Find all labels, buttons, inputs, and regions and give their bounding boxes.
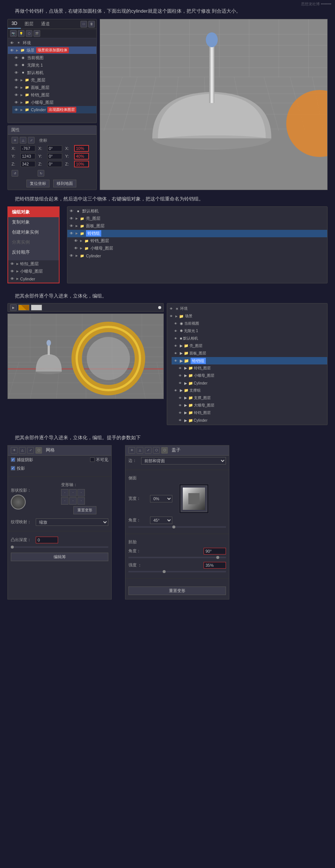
l3-bellgroup[interactable]: 👁 ▶ 📁 铃铛组 [172,357,327,364]
deform-cell4[interactable]: · [61,497,68,505]
layer-s2-shell[interactable]: 👁 ▶ 📁 壳_图层 [67,215,327,222]
l3-view[interactable]: 👁 ◉ 当前视图 [172,320,327,327]
tab-3d[interactable]: 3D [8,19,21,29]
l3-light[interactable]: 👁 ✱ 无限光 1 [172,327,327,335]
layer-env[interactable]: 👁 ☀ 环境 [8,39,96,46]
angle-slider[interactable] [128,526,226,528]
layer-s2-bell-sub[interactable]: 👁 ▶ 📁 铃铛_图层 [72,237,327,245]
input-y-pos[interactable] [20,153,35,159]
layer-s2-nut-sub[interactable]: 👁 ▶ 📁 小螺母_图层 [72,245,327,252]
deform-cell1[interactable]: · [61,489,68,496]
layer-s2-bellgroup[interactable]: 👁 ▶ 📁 铃铛组 [67,230,327,237]
l3-shell[interactable]: 👁 ▶ 📁 壳_图层 [172,342,327,350]
input-z-pos[interactable] [20,161,35,167]
eye-view[interactable]: 👁 [14,55,19,60]
l3-cyl2[interactable]: 👁 ▶ 📁 Cylinder [176,417,327,424]
menu-item-group[interactable]: 编组对象 [8,207,59,217]
strength-slider1[interactable] [128,557,226,558]
bevel-reset-btn[interactable]: 重置变形 [128,586,226,595]
rotate-left-icon[interactable]: ↺ [12,170,18,177]
eye-shell[interactable]: 👁 [14,77,19,83]
strength-thumb2[interactable] [163,570,166,573]
eye-light[interactable]: 👁 [14,62,19,68]
input-y-rot[interactable] [47,153,62,159]
eye-scene[interactable]: 👁 [9,48,15,53]
l3-support[interactable]: 👁 ▶ 📁 支撑_图层 [176,394,327,402]
bevel-icon2[interactable]: △ [137,447,143,454]
side-select[interactable]: 前部和背面 前部 背面 无 [141,457,226,464]
angle-thumb[interactable] [172,525,175,528]
toolbar-color-swatch[interactable] [18,305,29,311]
icon-scene[interactable]: 🎬 [34,30,40,37]
input-x-pos[interactable] [20,145,35,151]
strength-thumb1[interactable] [216,556,219,559]
panel-icon1[interactable]: □ [80,21,87,28]
icon-camera[interactable]: 📷 [10,30,17,37]
layer-s2-cylinder[interactable]: 👁 ▶ 📁 Cylinder [67,252,327,260]
layer-cyl2[interactable]: 👁 ▶ Cylinder [8,275,59,283]
eye-camera[interactable]: 👁 [14,70,19,75]
extrude-input[interactable] [36,537,58,543]
layer-nut2[interactable]: 👁 ▶ 小螺母_图层 [8,268,59,275]
icon-light[interactable]: 💡 [18,30,25,37]
deform-cell5[interactable]: · [69,497,77,505]
panel-icon2[interactable]: 🗑 [88,21,95,28]
rotate-right-icon[interactable]: ↻ [38,170,44,177]
mesh-icon3[interactable]: ⤢ [27,447,34,454]
l3-scene[interactable]: 👁 ▶ 📁 场景 [167,312,327,320]
layer-nut[interactable]: 👁 ▶ 📁 小螺母_图层 [12,99,96,106]
menu-item-create-instance[interactable]: 创建对象实例 [8,227,59,237]
input-x-scale[interactable] [74,145,89,152]
layer-s2-panel[interactable]: 👁 ▶ 📁 面板_图层 [67,222,327,230]
bevel-icon3[interactable]: ⤢ [145,447,151,454]
deform-cell3[interactable]: · [77,489,85,496]
move-to-ground-btn[interactable]: 移到地面 [53,180,76,187]
checkbox-invisible-box[interactable] [90,457,95,462]
l3-camera[interactable]: 👁 ■ 默认相机 [172,335,327,342]
input-z-scale[interactable] [74,161,89,167]
input-z-rot[interactable] [47,161,62,167]
deform-cell6[interactable]: · [77,497,85,505]
mesh-icon2[interactable]: △ [19,447,26,454]
toolbar-s3-icon1[interactable]: ▶ [10,304,17,311]
checkbox-cast-box[interactable] [11,466,15,470]
deform-cell2[interactable]: · [69,489,77,496]
eye-nut[interactable]: 👁 [14,100,19,105]
tab-channels[interactable]: 通道 [37,19,54,29]
l3-nut-sub[interactable]: 👁 ▶ 📁 小螺母_图层 [176,372,327,379]
toolbar-color-swatch2[interactable] [31,305,42,311]
coords-rot-icon[interactable]: △ [20,137,26,144]
l3-bignut[interactable]: 👁 ▶ 📁 大螺母_图层 [176,402,327,409]
reset-coords-btn[interactable]: 复位坐标 [26,180,50,187]
eye-env[interactable]: 👁 [9,40,15,45]
l3-bell-sub[interactable]: 👁 ▶ 📁 铃铛_图层 [176,364,327,372]
texture-select[interactable]: 缩放 [36,518,108,526]
layer-bell2[interactable]: 👁 ▶ 铃扣_图层 [8,260,59,268]
mesh-icon1[interactable]: ✛ [11,447,17,454]
eye-bell[interactable]: 👁 [14,92,19,97]
tab-layers[interactable]: 图层 [21,19,37,29]
edit-btn[interactable]: 编辑筹 [11,553,108,561]
l3-env[interactable]: 👁 ☀ 环境 [167,305,327,312]
strength-input[interactable] [204,562,226,569]
extrude-slider[interactable] [11,546,108,548]
layer-s2-camera[interactable]: 👁 ■ 默认相机 [67,208,327,215]
input-x-rot[interactable] [47,145,62,151]
layer-scene[interactable]: 👁 ▶ 📁 场景 场景前添加圆柱体 [8,46,96,54]
mesh-icon4[interactable]: ⬡ [35,447,42,454]
l3-panel[interactable]: 👁 ▶ 📁 面板_图层 [172,350,327,357]
l3-support-group[interactable]: 👁 ▶ 📁 支撑组 [172,387,327,394]
reset-deform-btn[interactable]: 重置变形 [73,506,96,514]
eye-panel[interactable]: 👁 [14,85,19,90]
strength-slider2[interactable] [128,571,226,572]
layer-camera[interactable]: 👁 ■ 默认相机 [12,69,96,76]
bevel-icon5[interactable]: ⬡ [161,447,168,454]
angle-select[interactable]: 45° [150,517,172,524]
layer-shell[interactable]: 👁 ▶ 📁 壳_图层 [12,76,96,84]
coords-scale-icon[interactable]: ⤢ [28,137,35,144]
menu-item-reverse[interactable]: 反转顺序 [8,247,59,257]
input-y-scale[interactable] [74,153,89,160]
layer-bell[interactable]: 👁 ▶ 📁 铃铛_图层 [12,91,96,99]
menu-item-copy[interactable]: 复制对象 [8,217,59,227]
layer-light[interactable]: 👁 ✱ 无限光 1 [12,61,96,69]
